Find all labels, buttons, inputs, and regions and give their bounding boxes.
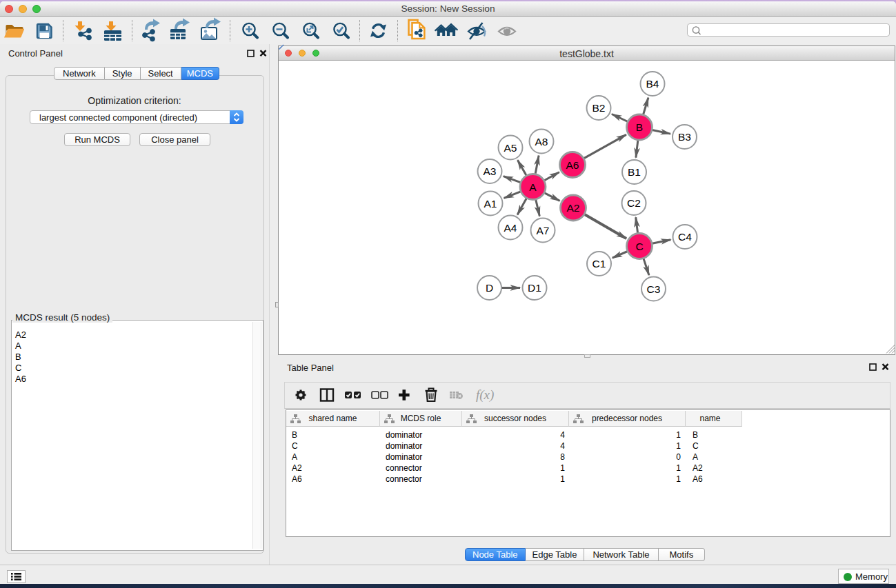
svg-text:C2: C2 (627, 197, 641, 209)
svg-text:C: C (635, 241, 643, 252)
svg-text:A3: A3 (484, 165, 497, 177)
svg-text:C4: C4 (678, 231, 692, 243)
svg-text:f(x): f(x) (476, 387, 494, 403)
svg-text:B1: B1 (628, 166, 641, 178)
svg-text:D1: D1 (528, 282, 541, 294)
svg-text:A7: A7 (537, 225, 550, 236)
svg-text:B: B (636, 121, 643, 133)
svg-text:A1: A1 (484, 198, 497, 210)
svg-text:B3: B3 (678, 131, 691, 143)
svg-text:B2: B2 (593, 102, 606, 114)
svg-text:A2: A2 (567, 202, 580, 214)
svg-text:B4: B4 (646, 78, 659, 90)
svg-text:A8: A8 (535, 136, 548, 148)
svg-text:D: D (486, 282, 493, 294)
svg-text:A4: A4 (504, 222, 517, 234)
svg-text:A5: A5 (504, 142, 517, 154)
svg-text:C3: C3 (647, 283, 661, 295)
svg-text:C1: C1 (593, 258, 606, 270)
svg-text:A: A (529, 181, 537, 193)
svg-text:A6: A6 (566, 159, 579, 171)
